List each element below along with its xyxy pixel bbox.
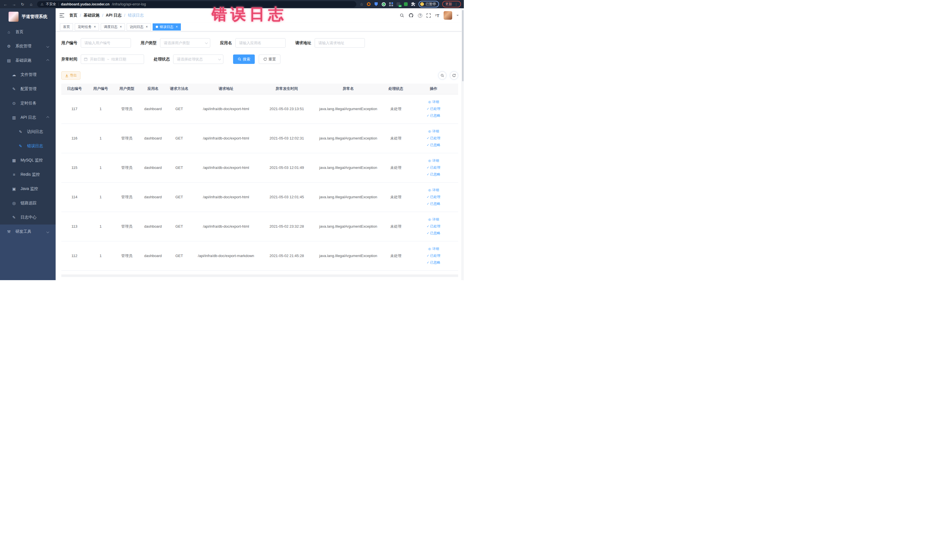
- detail-link[interactable]: 详细: [428, 246, 439, 251]
- extension-switch-icon[interactable]: on: [396, 2, 400, 6]
- cell-url: /api/infra/db-doc/export-html: [192, 153, 259, 182]
- breadcrumb-item[interactable]: API 日志: [106, 13, 122, 18]
- tab-close-icon[interactable]: ×: [120, 25, 122, 29]
- user-id-input[interactable]: [81, 38, 131, 48]
- cell-url: /api/infra/db-doc/export-html: [192, 124, 259, 153]
- detail-link[interactable]: 详细: [428, 188, 439, 192]
- extension-target-icon[interactable]: [366, 2, 371, 6]
- browser-update-button[interactable]: 更新 ⋮: [442, 1, 461, 8]
- extension-v-icon[interactable]: v: [382, 2, 386, 6]
- bookmark-star-icon[interactable]: ☆: [360, 2, 363, 6]
- user-avatar[interactable]: [444, 11, 452, 20]
- paused-badge[interactable]: 已暂停: [418, 1, 439, 8]
- help-icon[interactable]: ?: [418, 14, 422, 18]
- fullscreen-icon[interactable]: [426, 14, 431, 18]
- chevron-down-icon: [46, 230, 49, 233]
- doc-icon: ✎: [18, 130, 23, 134]
- user-type-select[interactable]: [160, 38, 210, 48]
- sidebar-item-mysql-monitor[interactable]: ▦MySQL 监控: [0, 153, 56, 168]
- sidebar-item-dev-tools[interactable]: ⚒研发工具: [0, 224, 56, 239]
- export-button[interactable]: 导出: [61, 71, 81, 79]
- processed-link[interactable]: ✓已处理: [427, 253, 441, 258]
- sidebar-toggle-icon[interactable]: [60, 13, 65, 18]
- url-host: dashboard.yudao.iocoder.cn: [61, 2, 110, 6]
- filter-label: 请求地址: [295, 41, 311, 46]
- sidebar-item-redis-monitor[interactable]: ≡Redis 监控: [0, 168, 56, 182]
- tab-access-log[interactable]: 访问日志×: [127, 23, 151, 31]
- sidebar-item-infrastructure[interactable]: ▤基础设施: [0, 53, 56, 68]
- sidebar-item-log-center[interactable]: ✎日志中心: [0, 210, 56, 224]
- table-toolbar: 导出: [61, 71, 458, 79]
- filter-process-status: 处理状态: [154, 55, 223, 64]
- sidebar-item-system-management[interactable]: ⚙系统管理: [0, 39, 56, 53]
- sidebar-item-java-monitor[interactable]: ▣Java 监控: [0, 182, 56, 196]
- app-name-input[interactable]: [235, 38, 285, 48]
- detail-link[interactable]: 详细: [428, 158, 439, 163]
- ignored-link[interactable]: ✓已忽略: [427, 172, 441, 177]
- toggle-search-button[interactable]: [438, 71, 446, 79]
- sidebar-item-file-management[interactable]: ☁文件管理: [0, 68, 56, 82]
- font-size-icon[interactable]: TT: [435, 13, 439, 18]
- request-url-input[interactable]: [314, 38, 365, 48]
- tab-error-log[interactable]: 错误日志×: [153, 23, 181, 31]
- detail-link[interactable]: 详细: [428, 99, 439, 104]
- breadcrumb-item[interactable]: 首页: [69, 13, 77, 18]
- extension-grid-icon[interactable]: [389, 2, 393, 6]
- date-range-picker[interactable]: 开始日期 ~ 结束日期: [81, 55, 144, 64]
- tab-close-icon[interactable]: ×: [146, 25, 148, 29]
- search-button[interactable]: 搜索: [233, 55, 255, 64]
- processed-link[interactable]: ✓已处理: [427, 224, 441, 229]
- detail-link[interactable]: 详细: [428, 217, 439, 222]
- reset-button[interactable]: 重置: [259, 55, 281, 64]
- ignored-link[interactable]: ✓已忽略: [427, 113, 441, 118]
- github-icon[interactable]: [409, 13, 414, 18]
- tab-label: 首页: [63, 24, 70, 29]
- breadcrumb-item: 错误日志: [128, 13, 144, 18]
- ignored-link[interactable]: ✓已忽略: [427, 143, 441, 148]
- tab-scheduled-tasks[interactable]: 定时任务×: [75, 23, 99, 31]
- scrollbar-thumb[interactable]: [462, 10, 464, 81]
- ignored-link[interactable]: ✓已忽略: [427, 201, 441, 206]
- browser-menu-kebab-icon[interactable]: ⋮: [455, 3, 458, 6]
- ignored-link[interactable]: ✓已忽略: [427, 231, 441, 236]
- processed-link[interactable]: ✓已处理: [427, 195, 441, 200]
- extension-shield-icon[interactable]: [374, 2, 378, 6]
- sidebar-item-scheduled-tasks[interactable]: ⊙定时任务: [0, 96, 56, 110]
- extension-leaf-icon[interactable]: [404, 2, 408, 6]
- breadcrumb-item[interactable]: 基础设施: [84, 13, 99, 18]
- sidebar-item-home[interactable]: ⌂首页: [0, 25, 56, 39]
- detail-link[interactable]: 详细: [428, 129, 439, 134]
- chevron-down-icon[interactable]: [456, 15, 459, 17]
- app-logo[interactable]: 芋道管理系统: [0, 8, 56, 25]
- tab-close-icon[interactable]: ×: [176, 25, 178, 29]
- search-icon[interactable]: [400, 13, 404, 18]
- processed-link[interactable]: ✓已处理: [427, 136, 441, 140]
- extensions-puzzle-icon[interactable]: [411, 2, 415, 6]
- sidebar-item-access-log[interactable]: ✎访问日志: [0, 125, 56, 139]
- browser-home-icon[interactable]: ⌂: [29, 2, 34, 6]
- refresh-table-button[interactable]: [450, 71, 458, 79]
- tab-close-icon[interactable]: ×: [94, 25, 96, 29]
- tab-home[interactable]: 首页: [60, 23, 73, 31]
- browser-reload-icon[interactable]: ↻: [20, 2, 25, 6]
- process-status-select[interactable]: [173, 55, 223, 64]
- infra-icon: ▤: [6, 58, 11, 63]
- cell-user-type: 管理员: [114, 94, 140, 124]
- sidebar-item-config-management[interactable]: ✎配置管理: [0, 82, 56, 96]
- tab-schedule-log[interactable]: 调度日志×: [101, 23, 125, 31]
- processed-link[interactable]: ✓已处理: [427, 107, 441, 111]
- sidebar-item-error-log[interactable]: ✎错误日志: [0, 139, 56, 153]
- cell-method: GET: [166, 212, 192, 241]
- page-scrollbar[interactable]: [462, 8, 464, 280]
- sidebar-item-api-log[interactable]: ▥API 日志: [0, 110, 56, 125]
- ignored-link[interactable]: ✓已忽略: [427, 260, 441, 265]
- address-bar[interactable]: ⚠ 不安全 dashboard.yudao.iocoder.cn /infra/…: [37, 1, 356, 8]
- cell-id: 116: [61, 124, 88, 153]
- column-header: 异常名: [314, 84, 383, 94]
- cell-exception: java.lang.IllegalArgumentException: [314, 241, 383, 270]
- sidebar-item-trace[interactable]: ◎链路追踪: [0, 196, 56, 210]
- processed-link[interactable]: ✓已处理: [427, 165, 441, 170]
- browser-forward-icon[interactable]: →: [11, 2, 17, 6]
- browser-back-icon[interactable]: ←: [3, 2, 8, 6]
- column-header: 日志编号: [61, 84, 88, 94]
